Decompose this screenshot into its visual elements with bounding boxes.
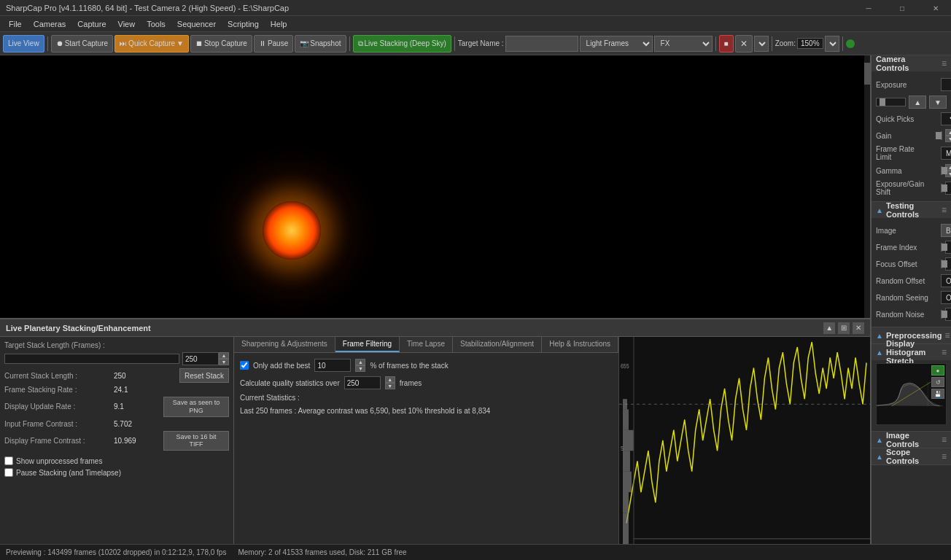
target-stack-slider[interactable] xyxy=(4,354,179,364)
image-controls-menu-icon[interactable]: ≡ xyxy=(942,435,947,445)
menu-view[interactable]: View xyxy=(112,18,141,30)
stacking-up-button[interactable]: ▲ xyxy=(823,322,835,334)
spinner-down[interactable]: ▼ xyxy=(219,359,229,365)
scrollbar-thumb[interactable] xyxy=(864,63,870,85)
hist-green-btn[interactable]: ● xyxy=(931,365,944,376)
exposure-down-btn[interactable]: ▼ xyxy=(929,96,947,109)
fx-dropdown[interactable]: FX xyxy=(654,36,713,52)
stacking-float-button[interactable]: ⊞ xyxy=(838,322,850,334)
camera-controls-menu-icon[interactable]: ≡ xyxy=(942,58,947,69)
spinner-up[interactable]: ▲ xyxy=(385,376,395,383)
close-button[interactable]: ✕ xyxy=(920,0,951,16)
toolbar-red-btn[interactable]: ■ xyxy=(719,35,734,52)
exposure-up-btn[interactable]: ▲ xyxy=(909,96,926,109)
right-panel: Camera Controls ≡ Exposure LX Mode xyxy=(870,55,951,544)
camera-controls-title: Camera Controls xyxy=(876,55,939,72)
live-stacking-button[interactable]: ⧉ Live Stacking (Deep Sky) xyxy=(353,35,451,52)
target-stack-input[interactable] xyxy=(182,352,219,365)
camera-controls-header[interactable]: Camera Controls ≡ xyxy=(872,55,951,71)
tab-stabilization[interactable]: Stabilization/Alignment xyxy=(453,337,542,352)
menu-scripting[interactable]: Scripting xyxy=(222,18,265,30)
save-tiff-button[interactable]: Save to 16 bit TIFF xyxy=(163,431,229,451)
spinner-down[interactable]: ▼ xyxy=(355,365,365,372)
gain-spinner-up[interactable]: ▲ xyxy=(945,129,951,136)
svg-rect-8 xyxy=(623,430,634,451)
pause-stacking-checkbox[interactable] xyxy=(4,468,13,477)
spinner-up[interactable]: ▲ xyxy=(219,352,229,359)
quick-picks-label: Quick Picks xyxy=(876,115,938,123)
tab-sharpening[interactable]: Sharpening & Adjustments xyxy=(234,337,335,352)
pause-button[interactable]: ⏸ Pause xyxy=(254,35,293,52)
histogram-header[interactable]: ▲ Display Histogram Stretch ≡ xyxy=(872,344,951,360)
menu-sequencer[interactable]: Sequencer xyxy=(171,18,222,30)
image-controls-header[interactable]: ▲ Image Controls ≡ xyxy=(872,432,951,448)
target-stack-label: Target Stack Length (Frames) : xyxy=(4,341,114,349)
menu-capture[interactable]: Capture xyxy=(71,18,112,30)
quality-value-input[interactable] xyxy=(344,376,381,389)
save-png-button[interactable]: Save as seen to PNG xyxy=(163,397,229,417)
tab-help[interactable]: Help & Instructions xyxy=(542,337,618,352)
tab-frame-filtering[interactable]: Frame Filtering xyxy=(335,337,400,352)
gain-spinner-down[interactable]: ▼ xyxy=(945,136,951,142)
gamma-slider[interactable] xyxy=(941,166,942,175)
menu-file[interactable]: File xyxy=(3,18,28,30)
camera-view[interactable] xyxy=(0,55,870,318)
histogram-menu-icon[interactable]: ≡ xyxy=(942,347,947,357)
toolbar-x-btn[interactable]: ✕ xyxy=(735,35,753,52)
scope-controls-title: Scope Controls xyxy=(886,448,939,465)
menu-cameras[interactable]: Cameras xyxy=(28,18,72,30)
live-view-button[interactable]: Live View xyxy=(3,35,44,52)
filter-best-label: Only add the best xyxy=(253,362,310,370)
hist-save-btn[interactable]: 💾 xyxy=(931,389,944,399)
menu-help[interactable]: Help xyxy=(265,18,293,30)
exposure-slider[interactable] xyxy=(876,98,906,106)
stacking-header: Live Planetary Stacking/Enhancement ▲ ⊞ … xyxy=(0,319,870,337)
maximize-button[interactable]: □ xyxy=(887,0,917,16)
filter-percent-input[interactable] xyxy=(314,359,351,372)
quick-capture-button[interactable]: ⏭ Quick Capture ▼ xyxy=(114,35,189,52)
exposure-input[interactable] xyxy=(941,78,951,91)
gain-spinner[interactable]: ▲ ▼ xyxy=(945,129,951,142)
target-name-input[interactable] xyxy=(505,36,578,52)
tab-time-lapse[interactable]: Time Lapse xyxy=(400,337,453,352)
preprocessing-menu-icon[interactable]: ≡ xyxy=(944,330,950,341)
right-panel-scroll[interactable]: Camera Controls ≡ Exposure LX Mode xyxy=(872,55,951,544)
frame-rate-select[interactable]: Maximum xyxy=(941,147,951,160)
stop-capture-button[interactable]: ⏹ Stop Capture xyxy=(190,35,252,52)
filter-percent-spinner[interactable]: ▲ ▼ xyxy=(355,359,365,372)
random-offset-select[interactable]: Off xyxy=(941,274,951,287)
menu-tools[interactable]: Tools xyxy=(141,18,171,30)
scope-controls-menu-icon[interactable]: ≡ xyxy=(942,451,947,462)
gain-slider[interactable] xyxy=(941,131,942,140)
spinner-up[interactable]: ▲ xyxy=(355,359,365,365)
show-unprocessed-checkbox[interactable] xyxy=(4,456,13,465)
minimize-button[interactable]: ─ xyxy=(853,0,884,16)
quality-spinner[interactable]: ▲ ▼ xyxy=(385,376,395,389)
quick-picks-select[interactable] xyxy=(941,112,951,125)
hist-refresh-btn[interactable]: ↺ xyxy=(931,377,944,387)
browse-button[interactable]: Browse... xyxy=(941,224,951,237)
testing-controls-header[interactable]: ▲ Testing Controls ≡ xyxy=(872,202,951,218)
quality-stats-row: Calculate quality statistics over ▲ ▼ fr… xyxy=(240,376,613,389)
light-frames-dropdown[interactable]: Light Frames xyxy=(580,36,653,52)
random-seeing-select[interactable]: Off xyxy=(941,291,951,304)
testing-controls-menu-icon[interactable]: ≡ xyxy=(942,205,947,215)
image-controls-title: Image Controls xyxy=(886,431,939,448)
camera-view-scrollbar[interactable] xyxy=(864,55,870,318)
reset-stack-button[interactable]: Reset Stack xyxy=(179,368,229,383)
focus-offset-slider[interactable] xyxy=(941,260,942,268)
target-stack-spinner[interactable]: ▲ ▼ xyxy=(219,352,229,365)
stop-icon: ⏹ xyxy=(195,39,203,47)
toolbar-extra-dropdown[interactable]: ▼ xyxy=(754,36,769,52)
snapshot-button[interactable]: 📷 Snapshot xyxy=(295,35,346,52)
scope-controls-header[interactable]: ▲ Scope Controls ≡ xyxy=(872,448,951,464)
random-noise-slider[interactable] xyxy=(941,310,942,319)
filter-best-checkbox[interactable] xyxy=(240,361,249,370)
frame-index-slider[interactable] xyxy=(941,243,942,252)
spinner-down[interactable]: ▼ xyxy=(385,383,395,389)
exp-gain-slider[interactable] xyxy=(941,184,942,192)
start-capture-button[interactable]: ⏺ Start Capture xyxy=(51,35,113,52)
stacking-close-button[interactable]: ✕ xyxy=(853,322,864,334)
filter-percent-label: % of frames to the stack xyxy=(370,362,448,370)
zoom-dropdown[interactable]: ▼ xyxy=(825,36,839,52)
